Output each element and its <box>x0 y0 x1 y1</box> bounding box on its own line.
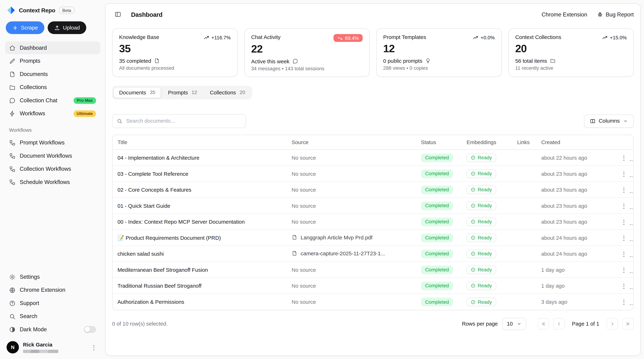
sidebar-item-label: Documents <box>20 71 48 77</box>
status-badge: Completed <box>421 202 453 210</box>
tab-prompts[interactable]: Prompts 12 <box>162 87 203 98</box>
trend-badge: +0.0% <box>473 34 495 41</box>
trend-up-icon <box>473 35 478 40</box>
search-input[interactable] <box>112 114 246 128</box>
page: Context Repo Beta Scrape Upload Dashboar… <box>0 0 644 359</box>
sidebar-item-workflows[interactable]: Workflows Ultimate <box>5 107 100 120</box>
row-menu-button[interactable]: ⋮ <box>618 281 629 291</box>
status-badge: Completed <box>421 282 453 290</box>
scrape-button[interactable]: Scrape <box>6 21 44 34</box>
cell-embeddings: Ready <box>462 214 512 230</box>
chrome-extension-link[interactable]: Chrome Extension <box>542 11 587 17</box>
chevron-down-icon <box>516 321 522 326</box>
bug-report-link[interactable]: Bug Report <box>597 11 634 17</box>
user-menu[interactable]: N Rick Garcia ⋮ <box>5 336 100 354</box>
sidebar-item-collection-chat[interactable]: Collection Chat Pro Max <box>5 94 100 107</box>
next-page-button[interactable] <box>606 318 618 330</box>
sidebar-item-dashboard[interactable]: Dashboard <box>5 41 100 54</box>
sidebar-item-dark-mode[interactable]: Dark Mode <box>5 323 100 336</box>
embeddings-badge: Ready <box>466 218 496 226</box>
columns-button[interactable]: Columns <box>584 114 634 127</box>
trend-badge: +116.7% <box>204 34 230 41</box>
chevrons-right-icon <box>625 321 631 327</box>
row-menu-button[interactable]: ⋮ <box>618 201 629 211</box>
row-menu-button[interactable]: ⋮ <box>618 233 629 243</box>
sidebar-item-label: Collections <box>20 84 47 90</box>
row-menu-button[interactable]: ⋮ <box>618 297 629 307</box>
upload-button[interactable]: Upload <box>48 21 86 34</box>
plus-icon <box>12 25 18 30</box>
sidebar-item-support[interactable]: Support <box>5 297 100 310</box>
tab-collections[interactable]: Collections 20 <box>204 87 251 98</box>
sidebar-item-collection-workflows[interactable]: Collection Workflows <box>5 163 100 175</box>
cell-embeddings: Ready <box>462 294 512 310</box>
table-row[interactable]: chicken salad sushi camera-capture-2025-… <box>112 246 633 262</box>
cell-links <box>512 278 536 294</box>
workflow-icon <box>9 139 16 146</box>
sidebar-toggle-button[interactable] <box>112 8 124 20</box>
folder-icon <box>9 84 16 91</box>
status-badge: Completed <box>421 153 453 162</box>
sidebar-item-settings[interactable]: Settings <box>5 271 100 283</box>
table-row[interactable]: Traditional Russian Beef Stroganoff No s… <box>112 278 633 294</box>
page-info: Page 1 of 1 <box>572 321 599 327</box>
sidebar-item-chrome-extension[interactable]: Chrome Extension <box>5 284 100 296</box>
cell-embeddings: Ready <box>462 262 512 278</box>
rows-per-page-select[interactable]: 10 <box>502 318 526 330</box>
first-page-button[interactable] <box>538 318 549 330</box>
rows-per-page-value: 10 <box>507 321 513 327</box>
row-menu-button[interactable]: ⋮ <box>618 265 629 275</box>
stat-description: 288 views • 0 copies <box>383 65 495 71</box>
cell-created: about 23 hours ago <box>536 166 614 182</box>
sidebar-item-document-workflows[interactable]: Document Workflows <box>5 149 100 162</box>
table-row[interactable]: 00 - Index: Context Repo MCP Server Docu… <box>112 214 633 230</box>
row-menu-button[interactable]: ⋮ <box>618 217 629 227</box>
row-menu-button[interactable]: ⋮ <box>618 185 629 195</box>
cell-title: 00 - Index: Context Repo MCP Server Docu… <box>112 214 286 230</box>
cell-source: No source <box>287 278 416 294</box>
sidebar-item-collections[interactable]: Collections <box>5 81 100 93</box>
table-row[interactable]: Authorization & Permissions No source Co… <box>112 294 633 310</box>
sidebar-item-schedule-workflows[interactable]: Schedule Workflows <box>5 176 100 188</box>
zap-icon <box>9 110 16 117</box>
cell-created: 1 day ago <box>536 262 614 278</box>
column-header-title: Title <box>112 135 286 150</box>
table-row[interactable]: 03 - Complete Tool Reference No source C… <box>112 166 633 182</box>
lightbulb-icon <box>425 58 431 64</box>
stat-title: Chat Activity <box>251 34 280 40</box>
main-panel: Dashboard Chrome Extension Bug Report Kn… <box>105 3 641 356</box>
sidebar-item-label: Prompts <box>20 58 40 64</box>
cell-title: Mediterranean Beef Stroganoff Fusion <box>112 262 286 278</box>
last-page-button[interactable] <box>622 318 634 330</box>
cell-embeddings: Ready <box>462 166 512 182</box>
sidebar-item-documents[interactable]: Documents <box>5 68 100 80</box>
table-row[interactable]: 04 - Implementation & Architecture No so… <box>112 150 633 166</box>
prev-page-button[interactable] <box>553 318 564 330</box>
cell-embeddings: Ready <box>462 246 512 262</box>
rows-per-page-label: Rows per page <box>462 321 498 327</box>
sidebar-footer: Settings Chrome Extension Support Search… <box>5 271 100 354</box>
sidebar-item-prompt-workflows[interactable]: Prompt Workflows <box>5 136 100 149</box>
cell-title: Authorization & Permissions <box>112 294 286 310</box>
table-row[interactable]: 📝 Product Requirements Document (PRD) La… <box>112 230 633 246</box>
sidebar-item-prompts[interactable]: Prompts <box>5 54 100 67</box>
row-menu-button[interactable]: ⋮ <box>618 249 629 259</box>
dark-mode-switch[interactable] <box>84 326 96 333</box>
tab-documents[interactable]: Documents 35 <box>114 87 161 98</box>
columns-icon <box>590 118 595 124</box>
row-menu-button[interactable]: ⋮ <box>618 169 629 179</box>
column-header-embeddings: Embeddings <box>462 135 512 150</box>
table-row[interactable]: 02 - Core Concepts & Features No source … <box>112 182 633 198</box>
columns-label: Columns <box>599 118 620 124</box>
zap-circle-icon <box>471 235 476 240</box>
cell-source: No source <box>287 198 416 214</box>
sidebar-item-search[interactable]: Search <box>5 310 100 323</box>
zap-circle-icon <box>471 187 476 192</box>
row-menu-button[interactable]: ⋮ <box>618 153 629 163</box>
stat-description: All documents processed <box>119 65 230 71</box>
table-row[interactable]: 01 - Quick Start Guide No source Complet… <box>112 198 633 214</box>
workflows-nav: Prompt Workflows Document Workflows Coll… <box>5 136 100 188</box>
table-toolbar: Columns <box>112 114 634 128</box>
table-row[interactable]: Mediterranean Beef Stroganoff Fusion No … <box>112 262 633 278</box>
user-menu-button[interactable]: ⋮ <box>89 343 98 352</box>
